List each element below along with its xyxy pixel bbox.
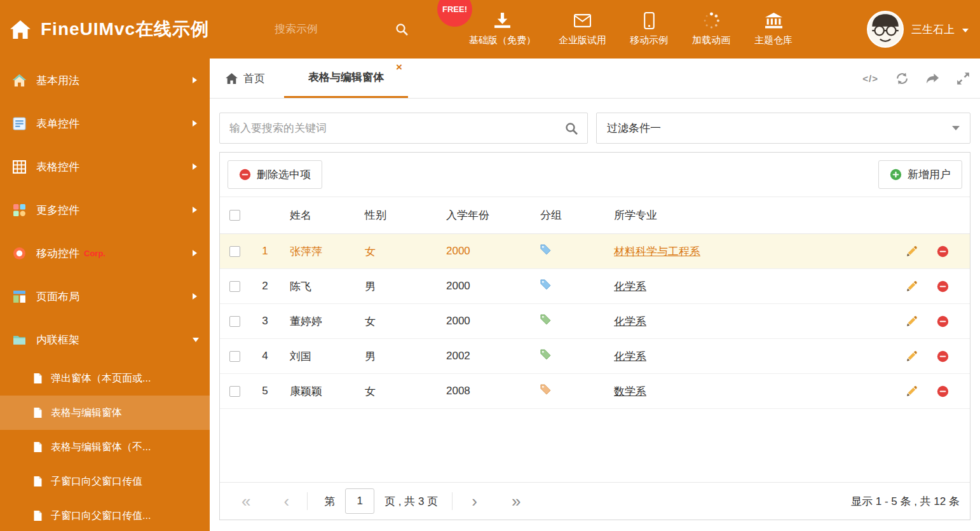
row-checkbox[interactable] [229,246,240,257]
student-year: 2008 [437,385,531,397]
fullscreen-icon[interactable] [956,72,970,85]
record-summary: 显示 1 - 5 条 , 共 12 条 [851,494,960,509]
sidebar-subitem-label: 弹出窗体（本页面或... [51,372,151,385]
edit-icon[interactable] [906,280,918,293]
table-empty-space [220,409,970,482]
student-name: 刘国 [281,349,356,364]
share-icon[interactable] [926,72,939,85]
nav-basic-edition[interactable]: 基础版（免费） [469,12,536,46]
sidebar-item-more-controls[interactable]: 更多控件 [0,188,210,231]
column-year[interactable]: 入学年份 [437,208,531,223]
chevron-down-icon [952,126,960,130]
prev-page-button[interactable]: ‹ [281,493,292,509]
tag-icon [540,279,551,290]
delete-icon[interactable] [937,385,949,397]
column-group[interactable]: 分组 [531,208,605,223]
student-year: 2002 [437,350,531,362]
delete-icon[interactable] [937,315,949,328]
row-checkbox[interactable] [229,316,240,327]
add-user-button[interactable]: 新增用户 [878,160,962,189]
tab-home[interactable]: 首页 [219,59,271,98]
app-title: FineUIMvc在线示例 [41,17,209,41]
refresh-icon[interactable] [895,72,909,85]
chevron-right-icon [193,207,197,213]
sidebar-item-page-layout[interactable]: 页面布局 [0,275,210,318]
page-number-input[interactable] [345,488,374,514]
nav-loading-animation[interactable]: 加载动画 [691,12,731,46]
sidebar-item-grid-controls[interactable]: 表格控件 [0,145,210,188]
button-label: 新增用户 [908,167,951,182]
select-all-checkbox[interactable] [229,210,240,221]
code-icon[interactable]: </> [862,73,878,84]
header-search-input[interactable] [275,23,386,36]
plus-circle-icon [890,169,902,181]
brand[interactable]: FineUIMvc在线示例 [10,0,209,59]
row-checkbox[interactable] [229,281,240,292]
delete-icon[interactable] [937,280,949,293]
home-icon [10,20,31,39]
avatar [867,11,904,48]
sidebar-item-iframe[interactable]: 内联框架 [0,318,210,361]
major-link[interactable]: 化学系 [614,280,646,293]
sidebar-subitem-grid-edit-window-2[interactable]: 表格与编辑窗体（不... [0,430,210,464]
tab-grid-edit-window[interactable]: 表格与编辑窗体 × [284,59,408,98]
sidebar-item-label: 表单控件 [36,116,79,131]
search-icon[interactable] [395,23,408,36]
column-gender[interactable]: 性别 [356,208,437,223]
delete-icon[interactable] [937,350,949,362]
table-row[interactable]: 5 康颖颖 女 2008 数学系 [220,374,970,409]
first-page-button[interactable]: « [239,493,253,509]
edit-icon[interactable] [906,385,918,397]
file-icon [33,510,43,521]
table-row[interactable]: 4 刘国 男 2002 化学系 [220,339,970,374]
table-row[interactable]: 3 董婷婷 女 2000 化学系 [220,304,970,339]
edit-icon[interactable] [906,350,918,362]
next-page-button[interactable]: › [469,493,480,509]
user-menu[interactable]: 三生石上 [867,0,969,59]
edit-icon[interactable] [906,315,918,328]
major-link[interactable]: 化学系 [614,350,646,362]
home-icon [226,73,238,84]
bank-icon [765,12,782,29]
main-content: 首页 表格与编辑窗体 × </> 过滤条件一 删除选中项 [210,59,980,531]
sidebar-subitem-popup-window[interactable]: 弹出窗体（本页面或... [0,361,210,396]
column-name[interactable]: 姓名 [281,208,356,223]
sidebar-item-form-controls[interactable]: 表单控件 [0,102,210,145]
nav-mobile-demo[interactable]: 移动示例 [629,12,669,46]
blocks-icon [13,203,26,217]
student-name: 陈飞 [281,279,356,294]
major-link[interactable]: 材料科学与工程系 [614,245,700,258]
major-link[interactable]: 数学系 [614,385,646,397]
nav-theme-repo[interactable]: 主题仓库 [754,12,793,46]
nav-enterprise-trial[interactable]: 企业版试用 [559,12,606,46]
sidebar-subitem-grid-edit-window[interactable]: 表格与编辑窗体 [0,396,210,430]
delete-icon[interactable] [937,245,949,258]
chevron-right-icon [193,120,197,127]
sidebar-item-label: 页面布局 [36,289,79,304]
column-major[interactable]: 所学专业 [605,208,899,223]
sidebar-subitem-child-to-parent[interactable]: 子窗口向父窗口传值 [0,464,210,499]
sidebar: 基本用法 表单控件 表格控件 更多控件 移动控件 Corp. 页面布局 内联框架… [0,59,210,531]
home-icon [13,74,26,87]
sidebar-item-basic-usage[interactable]: 基本用法 [0,59,210,102]
student-name: 董婷婷 [281,314,356,329]
chevron-right-icon [193,250,197,256]
sidebar-item-mobile-controls[interactable]: 移动控件 Corp. [0,231,210,275]
button-label: 删除选中项 [257,167,311,182]
edit-icon[interactable] [906,245,918,258]
table-row[interactable]: 2 陈飞 男 2000 化学系 [220,269,970,304]
sidebar-subitem-child-to-parent-2[interactable]: 子窗口向父窗口传值... [0,499,210,531]
row-checkbox[interactable] [229,386,240,397]
delete-selected-button[interactable]: 删除选中项 [228,160,322,189]
layout-icon [13,290,26,303]
last-page-button[interactable]: » [509,493,523,509]
close-icon[interactable]: × [396,62,402,72]
grid-panel: 删除选中项 新增用户 姓名 性别 入学年份 分组 所学专业 1 张萍萍 女 20… [219,152,970,520]
search-icon[interactable] [565,122,578,135]
sidebar-subitem-label: 表格与编辑窗体（不... [51,441,151,454]
row-checkbox[interactable] [229,351,240,362]
filter-dropdown[interactable]: 过滤条件一 [596,113,970,144]
major-link[interactable]: 化学系 [614,315,646,328]
table-row[interactable]: 1 张萍萍 女 2000 材料科学与工程系 [220,234,970,269]
keyword-search-input[interactable] [229,122,565,135]
